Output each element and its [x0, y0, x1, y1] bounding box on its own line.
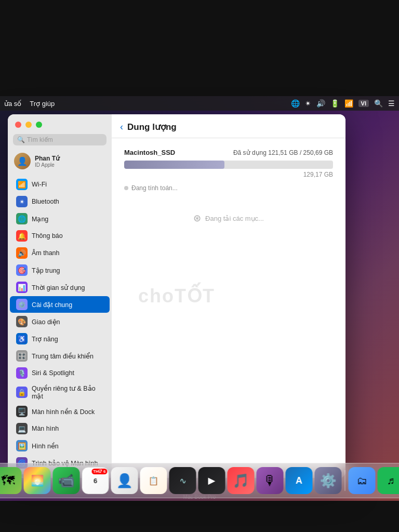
sidebar-item-label: Cài đặt chung [32, 301, 72, 309]
sidebar-item-label: Thời gian sử dụng [32, 284, 85, 291]
wallpaper-icon: 🖼️ [16, 440, 28, 451]
bezel-top [0, 0, 399, 96]
sidebar-item-label: Âm thanh [32, 249, 60, 257]
sidebar-item-notifications[interactable]: 🔔 Thông báo [10, 228, 110, 244]
sidebar-item-general[interactable]: ⚙️ Cài đặt chung [10, 296, 110, 313]
sidebar: 🔍 Tìm kiếm 👤 Phan Tứ ID Apple 📶 Wi-Fi ✴ … [8, 114, 112, 478]
loading-area: ⊛ Đang tải các mục... [124, 212, 333, 224]
bluetooth-status-icon: ✴ [305, 99, 311, 108]
sidebar-item-label: Giao diện [32, 318, 60, 326]
sidebar-item-privacy[interactable]: 🔒 Quyền riêng tư & Bảo mật [10, 382, 110, 403]
calculating-dot [124, 186, 128, 190]
sidebar-item-wifi[interactable]: 📶 Wi-Fi [10, 176, 110, 193]
menubar-right: 🌐 ✴ 🔊 🔋 📶 VI 🔍 ☰ [291, 99, 395, 108]
close-button[interactable] [15, 122, 21, 128]
sidebar-item-bluetooth[interactable]: ✴ Bluetooth [10, 193, 110, 210]
dock: ✉ 🗺 🌅 📹 6 THỨ 6 👤 📋 ∿ ▶ 🎵 🎙 A ⚙️ 🗂 ♬ 🌿 [0, 463, 399, 498]
wifi-icon: 📶 [16, 179, 28, 190]
page-title: Dung lượng [127, 122, 177, 132]
sidebar-item-wallpaper[interactable]: 🖼️ Hình nền [10, 437, 110, 454]
storage-bar-used [124, 161, 224, 169]
dock-item-spotify[interactable]: ♬ [378, 467, 400, 494]
sidebar-item-screentime[interactable]: 📊 Thời gian sử dụng [10, 279, 110, 296]
sidebar-item-sound[interactable]: 🔊 Âm thanh [10, 245, 110, 261]
dock-item-podcasts[interactable]: 🎙 [257, 467, 284, 494]
window-controls [8, 114, 112, 132]
dock-separator [345, 470, 345, 491]
privacy-icon: 🔒 [16, 387, 28, 398]
appearance-icon: 🎨 [16, 316, 28, 327]
search-box[interactable]: 🔍 Tìm kiếm [13, 134, 107, 145]
dock-item-photos[interactable]: 🌅 [24, 467, 51, 494]
dock-item-appstore[interactable]: A [286, 467, 313, 494]
sidebar-item-label: Thông báo [32, 232, 63, 240]
sidebar-item-label: Màn hình [32, 425, 59, 432]
dock-item-facetime[interactable]: 📹 [53, 467, 80, 494]
bezel-bottom [0, 501, 399, 532]
loading-text: Đang tải các mục... [205, 215, 264, 222]
sidebar-items-list: 📶 Wi-Fi ✴ Bluetooth 🌐 Mạng 🔔 Thông báo 🔊… [8, 175, 112, 478]
dock-item-contacts[interactable]: 👤 [111, 467, 138, 494]
dock-item-freeform[interactable]: ∿ [169, 467, 196, 494]
drive-name: Macintosh_SSD [124, 149, 175, 156]
sidebar-item-label: Siri & Spotlight [32, 369, 74, 377]
calendar-badge: THỨ 6 [91, 469, 107, 474]
menu-item-window[interactable]: ửa số [4, 100, 21, 108]
dock-item-calendar[interactable]: 6 THỨ 6 [82, 467, 109, 494]
dock-item-reminders[interactable]: 📋 [140, 467, 167, 494]
sidebar-item-label: Trợ năng [32, 335, 58, 343]
system-preferences-window: 🔍 Tìm kiếm 👤 Phan Tứ ID Apple 📶 Wi-Fi ✴ … [8, 114, 345, 478]
storage-remaining: 129,17 GB [124, 171, 333, 178]
minimize-button[interactable] [25, 122, 32, 128]
dock-item-sysprefs[interactable]: ⚙️ [315, 467, 342, 494]
avatar: 👤 [14, 153, 31, 169]
search-icon[interactable]: 🔍 [374, 99, 383, 108]
screentime-icon: 📊 [16, 282, 28, 293]
sidebar-item-label: Wi-Fi [32, 181, 47, 188]
user-name: Phan Tứ [35, 155, 60, 162]
user-info: Phan Tứ ID Apple [35, 155, 60, 168]
siri-icon: 🎙️ [16, 367, 28, 379]
back-button[interactable]: ‹ [120, 122, 123, 132]
content-header: ‹ Dung lượng [112, 114, 345, 138]
sidebar-item-control[interactable]: 🎛️ Trung tâm điều khiển [10, 348, 110, 364]
battery-icon: 🔋 [330, 99, 339, 108]
sidebar-item-appearance[interactable]: 🎨 Giao diện [10, 313, 110, 330]
sidebar-item-label: Bluetooth [32, 198, 59, 205]
control-icon: 🎛️ [16, 350, 28, 362]
sidebar-item-label: Màn hình nền & Dock [32, 408, 95, 416]
menubar-left: ửa số Trợ giúp [4, 100, 55, 108]
sidebar-item-focus[interactable]: 🎯 Tập trung [10, 262, 110, 278]
sidebar-item-siri[interactable]: 🎙️ Siri & Spotlight [10, 365, 110, 381]
dock-item-finder[interactable]: 🗂 [349, 467, 376, 494]
user-subtitle: ID Apple [35, 162, 60, 168]
menu-item-help[interactable]: Trợ giúp [30, 100, 55, 108]
volume-icon: 🔊 [316, 99, 325, 108]
maximize-button[interactable] [36, 122, 42, 128]
sidebar-item-label: Tập trung [32, 267, 60, 274]
search-placeholder: Tìm kiếm [27, 136, 53, 143]
sidebar-item-network[interactable]: 🌐 Mạng [10, 210, 110, 227]
menubar: ửa số Trợ giúp 🌐 ✴ 🔊 🔋 📶 VI 🔍 ☰ [0, 96, 399, 111]
sidebar-item-label: Mạng [32, 215, 48, 223]
notification-icon[interactable]: ☰ [388, 99, 395, 108]
dock-item-maps[interactable]: 🗺 [0, 467, 22, 494]
wifi-icon: 📶 [344, 99, 353, 108]
dock-item-appletv[interactable]: ▶ [198, 467, 225, 494]
desktop-icon: 🖥️ [16, 406, 28, 417]
sidebar-item-display[interactable]: 💻 Màn hình [10, 420, 110, 437]
loading-spinner: ⊛ [193, 212, 201, 224]
language-badge[interactable]: VI [358, 100, 369, 107]
network-icon: 🌐 [16, 213, 28, 224]
sidebar-item-accessibility[interactable]: ♿ Trợ năng [10, 330, 110, 347]
sidebar-item-desktop[interactable]: 🖥️ Màn hình nền & Dock [10, 403, 110, 420]
storage-header: Macintosh_SSD Đã sử dụng 121,51 GB / 250… [124, 149, 333, 156]
general-icon: ⚙️ [16, 299, 28, 310]
user-profile[interactable]: 👤 Phan Tứ ID Apple [8, 150, 112, 172]
dock-item-music[interactable]: 🎵 [228, 467, 255, 494]
network-status-icon: 🌐 [291, 99, 300, 108]
main-content: ‹ Dung lượng Macintosh_SSD Đã sử dụng 12… [112, 114, 345, 478]
sidebar-item-label: Hình nền [32, 442, 59, 450]
drive-info: Đã sử dụng 121,51 GB / 250,69 GB [233, 149, 333, 156]
focus-icon: 🎯 [16, 264, 28, 276]
